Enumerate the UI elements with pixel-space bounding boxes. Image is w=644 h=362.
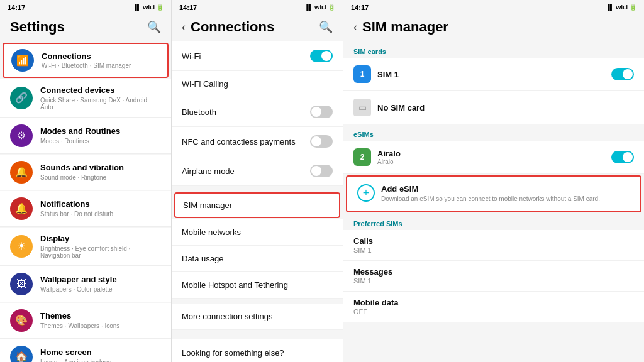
no-sim-item: ▭ No SIM card <box>343 91 644 124</box>
time-1: 14:17 <box>8 4 25 11</box>
conn-item-data-usage[interactable]: Data usage <box>172 246 343 272</box>
esims-header: eSIMs <box>343 124 644 141</box>
conn-item-airplane[interactable]: Airplane mode <box>172 156 343 186</box>
themes-subtitle: Themes · Wallpapers · Icons <box>40 322 161 329</box>
wifi-toggle[interactable] <box>310 50 333 62</box>
sim-manager-header: ‹ SIM manager <box>343 14 644 41</box>
conn-item-wifi-calling[interactable]: Wi-Fi Calling <box>172 71 343 97</box>
connections-title: Connections <box>42 52 160 62</box>
mobile-data-pref-item[interactable]: Mobile data OFF <box>343 292 644 322</box>
status-icons-1: ▐▌ WiFi 🔋 <box>133 4 164 11</box>
airalo-item[interactable]: 2 Airalo Airalo <box>343 141 644 174</box>
notifications-subtitle: Status bar · Do not disturb <box>40 211 161 217</box>
conn-item-nfc[interactable]: NFC and contactless payments <box>172 127 343 156</box>
connections-title: Connections <box>191 19 274 35</box>
home-icon: 🏠 <box>10 346 33 362</box>
sounds-icon: 🔔 <box>10 161 33 184</box>
section-gap-2 <box>172 299 343 304</box>
section-gap-3 <box>172 330 343 335</box>
settings-item-connections[interactable]: 📶 Connections Wi-Fi · Bluetooth · SIM ma… <box>3 43 169 78</box>
settings-item-sounds[interactable]: 🔔 Sounds and vibration Sound mode · Ring… <box>0 155 171 190</box>
conn-item-mobile-networks[interactable]: Mobile networks <box>172 219 343 246</box>
settings-title: Settings <box>10 19 65 35</box>
status-icons-3: ▐▌ WiFi 🔋 <box>606 4 636 11</box>
add-esim-title: Add eSIM <box>381 184 630 194</box>
display-icon: ☀ <box>10 235 33 258</box>
calls-pref-item[interactable]: Calls SIM 1 <box>343 230 644 261</box>
settings-header: Settings 🔍 <box>0 14 171 41</box>
modes-subtitle: Modes · Routines <box>40 138 161 145</box>
status-bar-3: 14:17 ▐▌ WiFi 🔋 <box>343 0 644 14</box>
wallpaper-title: Wallpaper and style <box>40 275 161 285</box>
looking-for-box[interactable]: Looking for something else? <box>172 339 343 362</box>
search-icon-2[interactable]: 🔍 <box>319 20 333 34</box>
add-esim-item[interactable]: + Add eSIM Download an eSIM so you can c… <box>346 175 641 212</box>
calls-value: SIM 1 <box>353 246 634 254</box>
wallpaper-subtitle: Wallpapers · Color palette <box>40 286 161 293</box>
airalo-sub: Airalo <box>377 158 611 165</box>
modes-icon: ⚙ <box>10 124 33 147</box>
settings-item-themes[interactable]: 🎨 Themes Themes · Wallpapers · Icons <box>0 303 171 339</box>
messages-value: SIM 1 <box>353 277 634 285</box>
airplane-toggle[interactable] <box>310 165 333 177</box>
settings-item-notifications[interactable]: 🔔 Notifications Status bar · Do not dist… <box>0 191 171 227</box>
themes-title: Themes <box>40 311 161 322</box>
time-3: 14:17 <box>351 4 369 11</box>
sounds-title: Sounds and vibration <box>40 163 161 173</box>
section-gap-1 <box>172 186 343 191</box>
settings-item-wallpaper[interactable]: 🖼 Wallpaper and style Wallpapers · Color… <box>0 266 171 302</box>
back-arrow-icon[interactable]: ‹ <box>182 21 186 34</box>
conn-item-more-connection[interactable]: More connection settings <box>172 304 343 330</box>
no-sim-name: No SIM card <box>377 103 425 112</box>
sim1-toggle[interactable] <box>611 68 634 80</box>
settings-item-connected-devices[interactable]: 🔗 Connected devices Quick Share · Samsun… <box>0 79 171 118</box>
sim-cards-header: SIM cards <box>343 41 644 58</box>
calls-label: Calls <box>353 236 634 246</box>
connections-header: ‹ Connections 🔍 <box>172 14 343 41</box>
add-esim-desc: Download an eSIM so you can connect to m… <box>381 195 630 204</box>
time-2: 14:17 <box>179 4 197 11</box>
add-esim-plus-icon: + <box>357 184 375 202</box>
sim-manager-title: SIM manager <box>362 19 448 35</box>
status-icons-2: ▐▌ WiFi 🔋 <box>304 4 335 11</box>
conn-item-sim-manager[interactable]: SIM manager <box>174 192 340 218</box>
display-subtitle: Brightness · Eye comfort shield · Naviga… <box>40 245 161 259</box>
messages-label: Messages <box>353 267 634 277</box>
messages-pref-item[interactable]: Messages SIM 1 <box>343 261 644 292</box>
home-subtitle: Layout · App icon badges <box>40 359 161 362</box>
display-title: Display <box>40 234 161 244</box>
modes-title: Modes and Routines <box>40 126 161 137</box>
connections-icon: 📶 <box>11 49 34 72</box>
connected-devices-subtitle: Quick Share · Samsung DeX · Android Auto <box>40 97 161 111</box>
airalo-toggle[interactable] <box>611 151 634 163</box>
airalo-badge: 2 <box>353 148 371 166</box>
settings-item-home[interactable]: 🏠 Home screen Layout · App icon badges <box>0 339 171 362</box>
connections-subtitle: Wi-Fi · Bluetooth · SIM manager <box>42 62 160 69</box>
nfc-toggle[interactable] <box>310 135 333 148</box>
conn-item-bluetooth[interactable]: Bluetooth <box>172 97 343 127</box>
wallpaper-icon: 🖼 <box>10 273 33 295</box>
mobile-data-label: Mobile data <box>353 298 634 307</box>
mobile-data-value: OFF <box>353 308 634 315</box>
home-title: Home screen <box>40 348 161 358</box>
sounds-subtitle: Sound mode · Ringtone <box>40 174 161 181</box>
settings-item-modes[interactable]: ⚙ Modes and Routines Modes · Routines <box>0 118 171 154</box>
conn-item-wifi[interactable]: Wi-Fi <box>172 41 343 71</box>
sim-back-arrow-icon[interactable]: ‹ <box>353 21 357 34</box>
settings-panel: 14:17 ▐▌ WiFi 🔋 Settings 🔍 📶 Connections… <box>0 0 172 362</box>
connections-panel: 14:17 ▐▌ WiFi 🔋 ‹ Connections 🔍 Wi-Fi Wi… <box>172 0 343 362</box>
bluetooth-toggle[interactable] <box>310 106 333 118</box>
sim1-name: SIM 1 <box>377 70 611 79</box>
sim1-item[interactable]: 1 SIM 1 <box>343 58 644 91</box>
airalo-name: Airalo <box>377 149 611 158</box>
preferred-sims-header: Preferred SIMs <box>343 214 644 230</box>
connections-list: Wi-Fi Wi-Fi Calling Bluetooth NFC and co… <box>172 41 343 362</box>
conn-item-hotspot[interactable]: Mobile Hotspot and Tethering <box>172 272 343 299</box>
search-icon[interactable]: 🔍 <box>147 20 161 34</box>
status-bar-2: 14:17 ▐▌ WiFi 🔋 <box>172 0 343 14</box>
connected-devices-title: Connected devices <box>40 85 161 96</box>
settings-item-display[interactable]: ☀ Display Brightness · Eye comfort shiel… <box>0 228 171 266</box>
themes-icon: 🎨 <box>10 309 33 332</box>
connected-devices-icon: 🔗 <box>10 87 33 109</box>
sim1-badge: 1 <box>353 65 371 83</box>
